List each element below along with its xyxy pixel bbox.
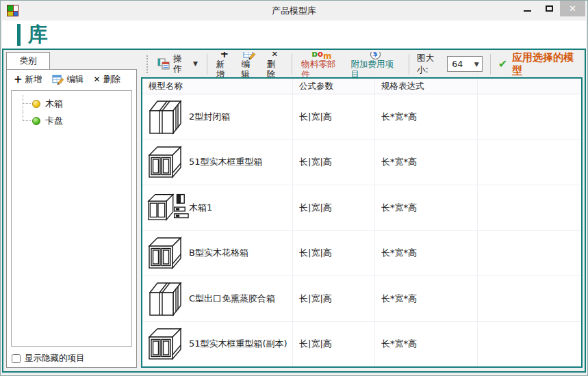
edit-model-button[interactable]: 编辑: [240, 52, 259, 80]
model-name: B型实木花格箱: [189, 247, 248, 259]
model-extra: [478, 185, 581, 230]
additional-fees-label: 附加费用项目: [351, 59, 400, 79]
additional-fees-button[interactable]: $ 附加费用项目: [350, 52, 401, 80]
add-model-button[interactable]: + 新增: [215, 52, 234, 80]
model-spec: 长*宽*高: [375, 94, 478, 139]
material-parts-button[interactable]: bom 物料零部件: [300, 52, 343, 80]
model-params: 长|宽|高: [293, 185, 375, 230]
category-delete-label: 删除: [103, 74, 120, 85]
box-with-parts-icon: [146, 190, 189, 226]
model-name: C型出口免熏蒸胶合箱: [189, 293, 275, 305]
closed-box-icon: [146, 98, 189, 136]
model-name: 51型实木框重型箱: [189, 156, 263, 168]
model-name: 2型封闭箱: [189, 111, 230, 123]
model-panel: 操作 ▼ + 新增 编辑 ✕ 删除 bom: [141, 52, 583, 368]
model-spec: 长*宽*高: [375, 185, 478, 230]
apply-model-button[interactable]: ✔ 应用选择的模型: [498, 52, 580, 77]
yellow-dot-icon: [32, 100, 40, 108]
model-extra: [478, 231, 581, 276]
table-header: 模型名称 公式参数 规格表达式: [142, 79, 581, 94]
model-params: 长|宽|高: [293, 94, 375, 139]
show-hidden-checkbox[interactable]: [12, 354, 21, 363]
apply-model-label: 应用选择的模型: [512, 52, 580, 77]
table-row[interactable]: C型出口免熏蒸胶合箱 长|宽|高 长*宽*高: [142, 276, 581, 322]
table-row[interactable]: 51型实木框重型箱(副本) 长|宽|高 长*宽*高: [142, 322, 581, 367]
model-name: 51型实木框重型箱(副本): [189, 338, 287, 350]
edit-label: 编辑: [242, 59, 258, 79]
chevron-down-icon: ▼: [193, 60, 198, 67]
category-edit-button[interactable]: 编辑: [52, 74, 84, 85]
image-size-group: 图大小: 64 ▼: [417, 53, 483, 76]
model-extra: [478, 140, 581, 185]
green-dot-icon: [32, 117, 40, 125]
category-panel: 类别 + 新增 编辑 ✕ 删除: [6, 52, 137, 368]
titlebar: 产品模型库 ✕: [1, 1, 587, 21]
model-params: 长|宽|高: [293, 140, 375, 185]
model-spec: 长*宽*高: [375, 140, 478, 185]
model-params: 长|宽|高: [293, 276, 375, 321]
category-tree: 木箱 卡盘: [11, 90, 132, 347]
model-extra: [478, 276, 581, 321]
show-hidden-label: 显示隐藏的项目: [25, 353, 85, 364]
category-add-label: 新增: [25, 74, 42, 85]
window-title: 产品模型库: [1, 5, 587, 17]
category-toolbar: + 新增 编辑 ✕ 删除: [7, 70, 136, 89]
column-header-extra[interactable]: [478, 79, 581, 94]
x-icon: ✕: [94, 75, 101, 83]
chevron-down-icon: ▼: [474, 61, 479, 68]
toolbar-separator: [292, 54, 292, 75]
toolbar-grip[interactable]: [146, 55, 149, 73]
operate-icon: [157, 58, 170, 70]
edit-icon: [52, 74, 64, 85]
table-row[interactable]: B型实木花格箱 长|宽|高 长*宽*高: [142, 231, 581, 277]
model-spec: 长*宽*高: [375, 276, 478, 321]
table-row[interactable]: 2型封闭箱 长|宽|高 长*宽*高: [142, 94, 581, 140]
model-toolbar: 操作 ▼ + 新增 编辑 ✕ 删除 bom: [141, 52, 583, 77]
category-add-button[interactable]: + 新增: [14, 74, 42, 85]
show-hidden-row: 显示隐藏的项目: [7, 349, 136, 367]
panel-box-icon: [146, 325, 189, 363]
tree-item-wooden-box[interactable]: 木箱: [13, 95, 130, 112]
tree-item-label: 木箱: [45, 98, 63, 110]
category-tabstrip: 类别: [6, 52, 137, 69]
page-title: 库: [28, 21, 49, 49]
add-label: 新增: [216, 59, 233, 79]
tab-category[interactable]: 类别: [6, 52, 50, 69]
delete-label: 删除: [266, 59, 283, 79]
closed-box-icon: [146, 280, 189, 318]
delete-model-button[interactable]: ✕ 删除: [265, 52, 284, 80]
category-delete-button[interactable]: ✕ 删除: [94, 74, 120, 85]
app-window: 产品模型库 ✕ 库 类别 + 新增: [0, 0, 588, 376]
table-row[interactable]: 51型实木框重型箱 长|宽|高 长*宽*高: [142, 140, 581, 186]
toolbar-separator: [207, 54, 207, 75]
column-header-spec[interactable]: 规格表达式: [375, 79, 478, 94]
model-params: 长|宽|高: [293, 322, 375, 367]
operate-menu-button[interactable]: 操作 ▼: [156, 53, 199, 75]
content-area: 类别 + 新增 编辑 ✕ 删除: [2, 49, 586, 373]
table-row[interactable]: 木箱1 长|宽|高 长*宽*高: [142, 185, 581, 231]
model-spec: 长*宽*高: [375, 231, 478, 276]
model-extra: [478, 322, 581, 367]
image-size-value: 64: [452, 59, 463, 69]
tree-item-pallet[interactable]: 卡盘: [13, 112, 130, 129]
category-edit-label: 编辑: [67, 74, 84, 85]
column-header-params[interactable]: 公式参数: [293, 79, 375, 94]
panel-box-icon: [146, 234, 189, 272]
material-parts-label: 物料零部件: [301, 59, 342, 79]
model-table: 模型名称 公式参数 规格表达式 2型封闭箱 长|宽|高 长*宽*高: [141, 77, 583, 368]
check-icon: ✔: [498, 59, 507, 70]
image-size-label: 图大小:: [417, 53, 444, 76]
tree-connector: [18, 112, 32, 129]
image-size-select[interactable]: 64 ▼: [447, 56, 482, 72]
panel-box-icon: [146, 143, 189, 181]
operate-label: 操作: [173, 54, 188, 74]
model-name: 木箱1: [189, 202, 212, 214]
column-header-name[interactable]: 模型名称: [142, 79, 293, 94]
plus-icon: +: [14, 75, 23, 85]
toolbar-separator: [409, 54, 409, 75]
model-extra: [478, 94, 581, 139]
model-spec: 长*宽*高: [375, 322, 478, 367]
category-panel-body: + 新增 编辑 ✕ 删除 木箱: [6, 69, 137, 368]
model-params: 长|宽|高: [293, 231, 375, 276]
toolbar-separator: [490, 54, 491, 75]
